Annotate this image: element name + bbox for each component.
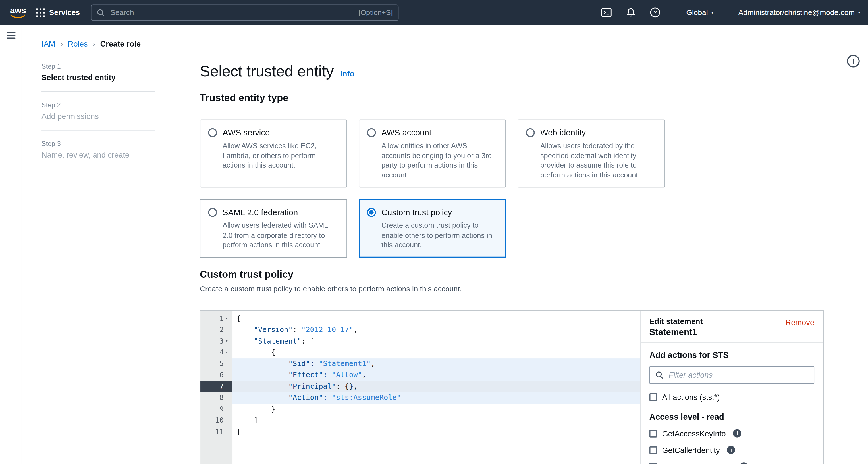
chevron-down-icon: ▾	[711, 10, 713, 15]
line-number: 9	[213, 403, 224, 415]
card-description: Allow AWS services like EC2, Lambda, or …	[222, 141, 339, 170]
code-line[interactable]: 2 "Version": "2012-10-17",	[200, 324, 640, 335]
action-row-getcalleridentity: GetCallerIdentity i	[649, 445, 814, 454]
getfederationtoken-checkbox[interactable]	[649, 463, 657, 464]
svg-text:?: ?	[653, 9, 657, 15]
code-line[interactable]: 7 "Principal": {},	[200, 381, 640, 392]
policy-editor-container: 1▾{2 "Version": "2012-10-17",3▾ "Stateme…	[200, 310, 824, 464]
json-policy-editor[interactable]: 1▾{2 "Version": "2012-10-17",3▾ "Stateme…	[200, 311, 640, 464]
card-aws-service[interactable]: AWS service Allow AWS services like EC2,…	[200, 120, 347, 188]
getaccesskeyinfo-checkbox[interactable]	[649, 429, 657, 437]
card-web-identity[interactable]: Web identity Allows users federated by t…	[518, 120, 665, 188]
card-saml-federation[interactable]: SAML 2.0 federation Allow users federate…	[200, 199, 347, 257]
filter-actions-box[interactable]	[649, 366, 814, 383]
info-icon[interactable]: i	[727, 446, 735, 454]
radio-custom-trust-policy[interactable]	[367, 208, 376, 217]
custom-trust-policy-heading: Custom trust policy	[200, 269, 824, 280]
help-button[interactable]: ?	[649, 6, 661, 19]
nav-divider	[725, 6, 726, 19]
code-text: "Principal": {},	[232, 381, 640, 392]
line-number-gutter: 6	[200, 369, 232, 381]
edit-statement-panel: Edit statement Statement1 Remove Add act…	[640, 311, 824, 464]
action-row-getaccesskeyinfo: GetAccessKeyInfo i	[649, 429, 814, 438]
line-number: 2	[213, 324, 224, 335]
fold-toggle-icon[interactable]: ▾	[224, 335, 230, 347]
all-actions-label: All actions (sts:*)	[662, 392, 720, 401]
fold-toggle-icon[interactable]: ▾	[224, 313, 230, 324]
code-text: }	[232, 403, 640, 415]
radio-web-identity[interactable]	[526, 128, 535, 137]
services-menu[interactable]: Services	[36, 8, 80, 17]
getcalleridentity-checkbox[interactable]	[649, 446, 657, 454]
access-level-read-heading: Access level - read	[649, 412, 814, 421]
region-selector[interactable]: Global ▾	[686, 8, 713, 16]
code-line[interactable]: 3▾ "Statement": [	[200, 335, 640, 347]
fold-toggle-icon[interactable]: ▾	[224, 347, 230, 358]
line-number-gutter: 4▾	[200, 347, 232, 358]
bell-icon	[626, 7, 636, 17]
card-description: Create a custom trust policy to enable o…	[381, 221, 498, 250]
help-icon: ?	[650, 7, 660, 18]
menu-toggle-button[interactable]	[6, 32, 15, 39]
global-search[interactable]: [Option+S]	[91, 4, 399, 21]
notifications-button[interactable]	[625, 6, 637, 19]
line-number: 1	[213, 313, 224, 324]
line-number-gutter: 3▾	[200, 335, 232, 347]
radio-saml-federation[interactable]	[208, 208, 217, 217]
step-title-add-permissions: Add permissions	[41, 111, 155, 121]
search-icon	[655, 371, 663, 378]
card-description: Allows users federated by the specified …	[540, 141, 656, 180]
code-text: {	[232, 347, 640, 358]
code-line[interactable]: 4▾ {	[200, 347, 640, 358]
action-label: GetFederationToken	[662, 462, 732, 464]
breadcrumb-current: Create role	[100, 39, 141, 48]
aws-smile-icon	[10, 14, 26, 19]
radio-aws-service[interactable]	[208, 128, 217, 137]
code-text: {	[232, 313, 640, 324]
code-text: "Statement": [	[232, 335, 640, 347]
info-icon[interactable]: i	[733, 429, 741, 437]
search-icon	[97, 8, 104, 16]
code-line[interactable]: 5 "Sid": "Statement1",	[200, 358, 640, 369]
info-panel-toggle[interactable]: i	[847, 55, 860, 68]
remove-statement-link[interactable]: Remove	[785, 318, 814, 327]
breadcrumb-separator-icon: ›	[60, 39, 63, 48]
all-actions-checkbox[interactable]	[649, 393, 657, 401]
chevron-down-icon: ▾	[858, 10, 860, 15]
line-number: 3	[213, 335, 224, 347]
card-title: SAML 2.0 federation	[222, 207, 339, 218]
card-custom-trust-policy[interactable]: Custom trust policy Create a custom trus…	[359, 199, 506, 257]
aws-logo-text: aws	[10, 6, 26, 15]
aws-logo[interactable]: aws	[10, 6, 26, 19]
code-line[interactable]: 1▾{	[200, 313, 640, 324]
info-icon[interactable]: i	[740, 462, 748, 464]
code-line[interactable]: 10 ]	[200, 415, 640, 426]
info-link[interactable]: Info	[340, 69, 354, 78]
card-description: Allow entities in other AWS accounts bel…	[381, 141, 498, 180]
line-number-gutter: 10	[200, 415, 232, 426]
card-aws-account[interactable]: AWS account Allow entities in other AWS …	[359, 120, 506, 188]
step-title-select-trusted-entity[interactable]: Select trusted entity	[41, 73, 155, 82]
code-line[interactable]: 8 "Action": "sts:AssumeRole"	[200, 392, 640, 403]
search-input[interactable]	[109, 8, 354, 17]
card-description: Allow users federated with SAML 2.0 from…	[222, 221, 339, 250]
breadcrumb-link-roles[interactable]: Roles	[68, 39, 88, 48]
breadcrumb-link-iam[interactable]: IAM	[41, 39, 55, 48]
step-title-name-review-create: Name, review, and create	[41, 151, 155, 159]
nav-divider	[674, 6, 674, 19]
action-row-getfederationtoken: GetFederationToken i	[649, 462, 814, 464]
step-number: Step 3	[41, 140, 155, 148]
filter-actions-input[interactable]	[668, 370, 808, 380]
code-text: "Effect": "Allow",	[232, 369, 640, 381]
radio-aws-account[interactable]	[367, 128, 376, 137]
line-number-gutter: 11	[200, 426, 232, 438]
trusted-entity-cards: AWS service Allow AWS services like EC2,…	[200, 120, 824, 258]
account-menu[interactable]: Administrator/christine@mode.com ▾	[738, 8, 860, 16]
code-line[interactable]: 6 "Effect": "Allow",	[200, 369, 640, 381]
cloudshell-button[interactable]	[600, 6, 613, 19]
code-line[interactable]: 11}	[200, 426, 640, 438]
code-line[interactable]: 9 }	[200, 403, 640, 415]
line-number-gutter: 9	[200, 403, 232, 415]
card-title: Custom trust policy	[381, 207, 498, 218]
edit-statement-header: Edit statement Statement1 Remove	[640, 311, 823, 343]
